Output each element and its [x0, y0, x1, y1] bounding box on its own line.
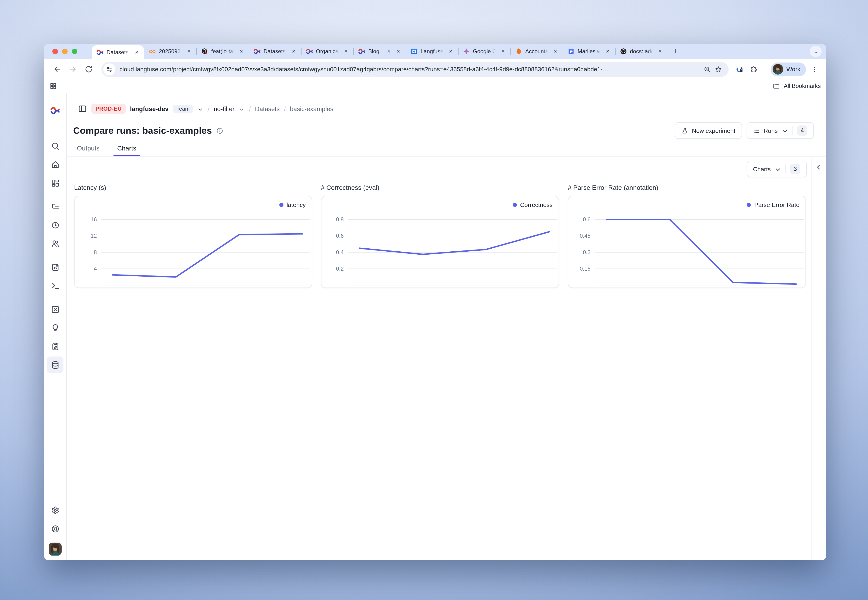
chart-card[interactable]: latency161284: [74, 196, 312, 288]
sidebar-item-datasets[interactable]: [47, 356, 64, 373]
sidebar-item-prompts[interactable]: [47, 258, 64, 276]
address-bar[interactable]: cloud.langfuse.com/project/cmfwgv8fx002o…: [102, 62, 728, 77]
chart-card[interactable]: Parse Error Rate0.60.450.30.15: [568, 196, 806, 288]
prompts-icon: [51, 263, 59, 271]
collapse-panel-icon[interactable]: [815, 164, 822, 171]
new-tab-button[interactable]: +: [669, 45, 681, 58]
sidebar-item-users[interactable]: [47, 234, 64, 253]
chevron-down-icon[interactable]: [197, 106, 203, 112]
browser-tab-4[interactable]: Organizatio×: [301, 44, 354, 59]
sidebar-item-dashboard[interactable]: [47, 174, 64, 192]
tab-close-icon[interactable]: ×: [185, 48, 193, 55]
site-settings-icon[interactable]: [103, 63, 115, 75]
y-tick-label: 4: [94, 265, 97, 272]
charts-dropdown-button[interactable]: Charts 3: [747, 161, 807, 177]
tab-search-button[interactable]: ⌄: [810, 46, 822, 57]
chart-card[interactable]: Correctness0.80.60.40.2: [321, 196, 559, 288]
minimize-window-button[interactable]: [62, 48, 68, 54]
zoom-window-button[interactable]: [72, 48, 77, 54]
y-tick-label: 0.4: [336, 249, 344, 255]
main-area: PROD-EU langfuse-dev Team / no-filter / …: [67, 92, 826, 560]
browser-tab-0[interactable]: Datasets | L×: [92, 45, 144, 59]
chevron-down-icon: [782, 127, 788, 133]
org-name[interactable]: langfuse-dev: [130, 105, 169, 112]
all-bookmarks[interactable]: All Bookmarks: [765, 82, 821, 90]
sidebar-item-sessions[interactable]: [47, 216, 64, 234]
extensions-puzzle-icon[interactable]: [748, 64, 759, 75]
browser-tab-6[interactable]: 6Langfuse -×: [406, 44, 458, 59]
tab-close-icon[interactable]: ×: [499, 48, 507, 55]
project-name[interactable]: no-filter: [214, 105, 235, 112]
sidebar-item-support[interactable]: [47, 520, 64, 538]
browser-tab-7[interactable]: Google Ge×: [458, 44, 510, 59]
user-avatar[interactable]: [49, 542, 62, 556]
tab-close-icon[interactable]: ×: [604, 48, 612, 55]
tab-close-icon[interactable]: ×: [238, 48, 245, 55]
reload-button[interactable]: [82, 63, 95, 76]
chevron-down-icon[interactable]: [239, 106, 245, 112]
sidebar-item-settings[interactable]: [47, 501, 64, 520]
close-window-button[interactable]: [52, 48, 58, 54]
tab-title: Blog - Lang: [368, 48, 392, 55]
desktop: Datasets | L×CO20250923×✕feat(io-tab×Dat…: [0, 0, 868, 600]
search-icon: [51, 141, 59, 150]
sidebar-group-2: [47, 258, 64, 295]
zoom-page-icon[interactable]: [702, 64, 713, 75]
tab-title: Datasets | L: [264, 48, 287, 55]
sidebar-item-playground[interactable]: [47, 276, 64, 295]
tab-close-icon[interactable]: ×: [447, 48, 454, 55]
runs-dropdown-button[interactable]: Runs 4: [747, 122, 814, 139]
bookmark-star-icon[interactable]: [713, 64, 724, 75]
tab-close-icon[interactable]: ×: [133, 48, 140, 56]
breadcrumb: PROD-EU langfuse-dev Team / no-filter / …: [78, 103, 826, 115]
tab-groups-grid-icon[interactable]: [50, 82, 57, 90]
bookmarks-bar: All Bookmarks: [44, 80, 826, 92]
tab-close-icon[interactable]: ×: [290, 48, 297, 55]
svg-text:6: 6: [413, 50, 415, 53]
tab-title: Marlies we: [578, 48, 601, 55]
sidebar-item-evaluation[interactable]: [47, 318, 64, 337]
new-experiment-button[interactable]: New experiment: [675, 122, 742, 139]
tab-outputs[interactable]: Outputs: [74, 144, 102, 156]
browser-tab-8[interactable]: Accounts |×: [510, 44, 563, 59]
tab-close-icon[interactable]: ×: [552, 48, 559, 55]
onepassword-extension-icon[interactable]: [734, 64, 745, 75]
sidebar-group-0: [47, 136, 64, 192]
langfuse-favicon: [358, 48, 366, 55]
browser-tab-2[interactable]: ✕feat(io-tab×: [196, 44, 249, 59]
breadcrumb-dataset-name[interactable]: basic-examples: [290, 105, 334, 112]
browser-tab-9[interactable]: Marlies we×: [563, 44, 615, 59]
y-tick-label: 0.8: [336, 216, 344, 223]
charts-row: Latency (s)latency161284# Correctness (e…: [74, 177, 826, 288]
profile-chip[interactable]: Work: [771, 62, 806, 76]
y-tick-label: 0.6: [583, 216, 590, 223]
browser-tab-1[interactable]: CO20250923×: [144, 44, 196, 59]
url-text[interactable]: cloud.langfuse.com/project/cmfwgv8fx002o…: [120, 66, 702, 73]
tab-close-icon[interactable]: ×: [395, 48, 402, 55]
sidebar-item-scores[interactable]: [47, 300, 64, 318]
chart-group-0: Latency (s)latency161284: [74, 177, 312, 288]
browser-tab-10[interactable]: docs: add g×: [615, 44, 668, 59]
langfuse-favicon: [306, 48, 313, 55]
tab-close-icon[interactable]: ×: [342, 48, 350, 55]
sidebar-item-annotation[interactable]: [47, 337, 64, 356]
browser-tab-5[interactable]: Blog - Lang×: [354, 44, 406, 59]
sidebar-item-search[interactable]: [47, 136, 64, 155]
environment-badge[interactable]: PROD-EU: [91, 104, 126, 114]
langfuse-logo[interactable]: [50, 106, 60, 116]
forward-icon: [69, 65, 77, 73]
tab-title: Langfuse -: [420, 48, 444, 55]
panel-toggle-icon[interactable]: [78, 104, 87, 114]
breadcrumb-datasets-link[interactable]: Datasets: [255, 105, 280, 112]
plan-chip: Team: [173, 105, 193, 113]
sidebar-item-tracing[interactable]: [47, 197, 64, 216]
forward-button[interactable]: [66, 63, 79, 76]
tab-charts[interactable]: Charts: [114, 144, 139, 156]
datasets-icon: [51, 361, 59, 369]
browser-menu-icon[interactable]: [809, 64, 820, 75]
browser-tab-3[interactable]: Datasets | L×: [249, 44, 301, 59]
back-button[interactable]: [50, 63, 64, 76]
info-icon[interactable]: [216, 127, 223, 134]
tab-close-icon[interactable]: ×: [656, 48, 664, 55]
sidebar-item-home[interactable]: [47, 155, 64, 174]
